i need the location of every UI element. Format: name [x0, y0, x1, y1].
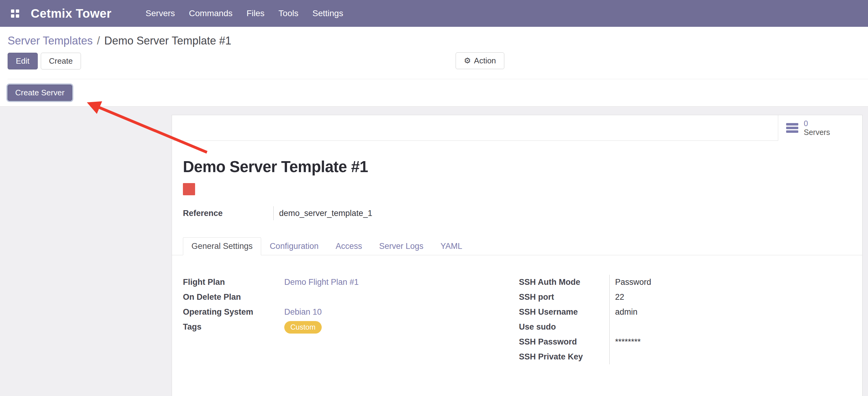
- tags-value: Custom: [279, 319, 519, 335]
- stat-label: Servers: [804, 128, 830, 137]
- content-area: 0 Servers Demo Server Template #1 Refere…: [0, 107, 868, 396]
- menu-tools[interactable]: Tools: [278, 8, 298, 18]
- on-delete-plan-label: On Delete Plan: [183, 290, 279, 305]
- flight-plan-value: Demo Flight Plan #1: [279, 275, 519, 290]
- tab-configuration[interactable]: Configuration: [261, 237, 327, 255]
- apps-grid-icon[interactable]: [11, 9, 19, 18]
- action-button-label: Action: [474, 56, 496, 66]
- menu-commands[interactable]: Commands: [189, 8, 232, 18]
- on-delete-plan-value: [279, 290, 519, 305]
- create-server-button[interactable]: Create Server: [8, 85, 72, 101]
- servers-stat-icon: [785, 122, 799, 134]
- tag-badge: Custom: [284, 321, 322, 334]
- apps-grid-dot: [16, 14, 19, 18]
- operating-system-value: Debian 10: [279, 305, 519, 319]
- app-brand[interactable]: Cetmix Tower: [31, 7, 112, 21]
- breadcrumb-parent-link[interactable]: Server Templates: [8, 34, 93, 47]
- flight-plan-link[interactable]: Demo Flight Plan #1: [284, 278, 359, 287]
- left-field-group: Flight Plan Demo Flight Plan #1 On Delet…: [183, 275, 519, 364]
- main-menu: Servers Commands Files Tools Settings: [146, 8, 343, 18]
- ssh-username-label: SSH Username: [519, 305, 609, 319]
- reference-value: demo_server_template_1: [273, 206, 519, 220]
- ssh-password-value: ********: [609, 335, 851, 349]
- form-sheet: 0 Servers Demo Server Template #1 Refere…: [172, 115, 863, 396]
- button-box-row: 0 Servers: [172, 115, 862, 141]
- tab-access[interactable]: Access: [327, 237, 371, 255]
- view-header-row: Create Server: [8, 79, 868, 101]
- action-button[interactable]: ⚙ Action: [456, 52, 504, 69]
- operating-system-link[interactable]: Debian 10: [284, 307, 322, 316]
- breadcrumb: Server Templates/Demo Server Template #1: [8, 33, 868, 48]
- stat-value: 0: [804, 119, 808, 128]
- reference-label: Reference: [183, 206, 273, 220]
- ssh-auth-mode-label: SSH Auth Mode: [519, 275, 609, 290]
- breadcrumb-separator: /: [97, 34, 100, 47]
- tab-content: Flight Plan Demo Flight Plan #1 On Delet…: [172, 255, 862, 364]
- color-swatch: [183, 183, 195, 195]
- menu-files[interactable]: Files: [247, 8, 265, 18]
- top-navbar: Cetmix Tower Servers Commands Files Tool…: [0, 0, 868, 27]
- use-sudo-value: [609, 319, 851, 335]
- control-panel-buttons: Edit Create ⚙ Action: [8, 52, 868, 70]
- tab-yaml[interactable]: YAML: [432, 237, 471, 255]
- gear-icon: ⚙: [464, 57, 471, 64]
- servers-stat-button[interactable]: 0 Servers: [778, 115, 862, 141]
- tags-label: Tags: [183, 319, 279, 335]
- ssh-username-value: admin: [609, 305, 851, 319]
- ssh-port-label: SSH port: [519, 290, 609, 305]
- ssh-private-key-label: SSH Private Key: [519, 349, 609, 364]
- menu-servers[interactable]: Servers: [146, 8, 175, 18]
- apps-grid-dot: [11, 14, 14, 18]
- ssh-password-label: SSH Password: [519, 335, 609, 349]
- use-sudo-label: Use sudo: [519, 319, 609, 335]
- create-button[interactable]: Create: [41, 53, 81, 69]
- reference-field: Reference demo_server_template_1: [183, 206, 519, 220]
- stat-text: 0 Servers: [804, 119, 830, 137]
- ssh-port-value: 22: [609, 290, 851, 305]
- ssh-private-key-value: [609, 349, 851, 364]
- apps-grid-dot: [16, 9, 19, 13]
- tab-server-logs[interactable]: Server Logs: [371, 237, 432, 255]
- menu-settings[interactable]: Settings: [312, 8, 343, 18]
- edit-button[interactable]: Edit: [8, 53, 38, 69]
- apps-grid-dot: [11, 9, 14, 13]
- tab-general-settings[interactable]: General Settings: [183, 237, 261, 255]
- ssh-auth-mode-value: Password: [609, 275, 851, 290]
- right-field-group: SSH Auth Mode Password SSH port 22 SSH U…: [519, 275, 851, 364]
- operating-system-label: Operating System: [183, 305, 279, 319]
- flight-plan-label: Flight Plan: [183, 275, 279, 290]
- page: Cetmix Tower Servers Commands Files Tool…: [0, 0, 868, 396]
- notebook-tabs: General Settings Configuration Access Se…: [172, 237, 862, 255]
- control-panel: Server Templates/Demo Server Template #1…: [0, 27, 868, 107]
- record-title: Demo Server Template #1: [183, 158, 862, 176]
- breadcrumb-current: Demo Server Template #1: [104, 34, 231, 47]
